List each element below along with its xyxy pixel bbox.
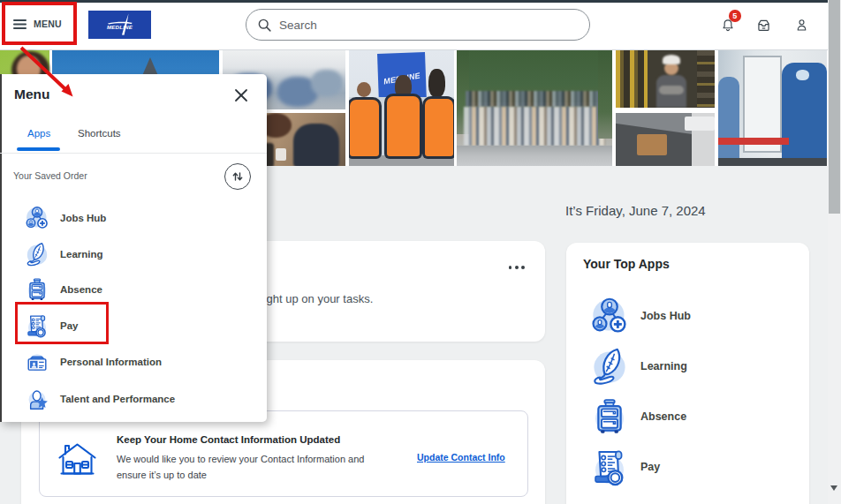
svg-text:MEDLINE: MEDLINE [107, 24, 133, 30]
